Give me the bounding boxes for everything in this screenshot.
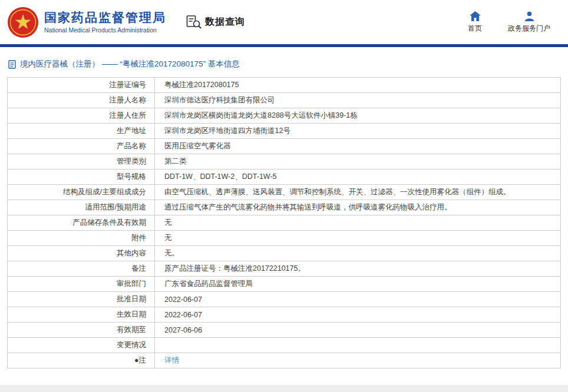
table-row: ●注详情 bbox=[8, 353, 561, 368]
top-nav: 首页 政务服务门户 bbox=[463, 11, 550, 34]
table-row: 产品名称医用压缩空气雾化器 bbox=[8, 139, 561, 154]
table-row: 生产地址深圳市龙岗区坪地街道四方埔街道12号 bbox=[8, 124, 561, 139]
row-value bbox=[155, 338, 561, 353]
table-row: 备注原产品注册证号：粤械注准20172210175。 bbox=[8, 261, 561, 277]
row-value: 深圳市龙岗区坪地街道四方埔街道12号 bbox=[155, 124, 561, 139]
row-value: DDT-1W、DDT-1W-2、DDT-1W-5 bbox=[155, 170, 561, 185]
row-label: ●注 bbox=[8, 353, 155, 368]
detail-link[interactable]: 详情 bbox=[164, 356, 179, 364]
org-name-en: National Medical Products Administration bbox=[44, 26, 166, 34]
row-value: 由空气压缩机、透声薄膜、送风装置、调节和控制系统、开关、过滤器、一次性使用雾化器… bbox=[155, 185, 561, 200]
row-label: 生产地址 bbox=[8, 124, 155, 139]
table-row: 批准日期2022-06-07 bbox=[8, 292, 561, 307]
logo-text: 国家药品监督管理局 National Medical Products Admi… bbox=[44, 11, 166, 34]
home-icon bbox=[470, 11, 481, 21]
data-query-label: 数据查询 bbox=[205, 16, 245, 28]
row-value: 深圳市龙岗区横岗街道龙岗大道8288号大运软件小镇39-1栋 bbox=[155, 108, 561, 124]
info-table-body: 注册证编号粤械注准20172080175注册人名称深圳市德达医疗科技集团有限公司… bbox=[8, 78, 561, 368]
row-label: 结构及组成/主要组成成分 bbox=[8, 185, 155, 200]
table-row: 审批部门广东省食品药品监督管理局 bbox=[8, 277, 561, 292]
table-row: 型号规格DDT-1W、DDT-1W-2、DDT-1W-5 bbox=[8, 170, 561, 185]
nav-item-portal[interactable]: 政务服务门户 bbox=[508, 11, 550, 34]
row-value: 广东省食品药品监督管理局 bbox=[155, 277, 561, 292]
page-title-text: 境内医疗器械（注册） —— “粤械注准20172080175” 基本信息 bbox=[20, 59, 240, 69]
row-label: 适用范围/预期用途 bbox=[8, 200, 155, 215]
table-row: 结构及组成/主要组成成分由空气压缩机、透声薄膜、送风装置、调节和控制系统、开关、… bbox=[8, 185, 561, 200]
document-icon bbox=[8, 60, 16, 69]
row-label: 管理类别 bbox=[8, 154, 155, 170]
row-value: 2027-06-06 bbox=[155, 323, 561, 338]
row-label: 变更情况 bbox=[8, 338, 155, 353]
data-query-tab[interactable]: 数据查询 bbox=[186, 15, 245, 29]
row-label: 型号规格 bbox=[8, 170, 155, 185]
table-row: 生效日期2022-06-07 bbox=[8, 307, 561, 323]
table-row: 适用范围/预期用途通过压缩气体产生的气流雾化药物并将其输送到呼吸道，供呼吸道雾化… bbox=[8, 200, 561, 215]
footer-strip bbox=[0, 385, 568, 392]
page-title: 境内医疗器械（注册） —— “粤械注准20172080175” 基本信息 bbox=[7, 59, 561, 69]
row-label: 审批部门 bbox=[8, 277, 155, 292]
row-value: 详情 bbox=[155, 353, 561, 368]
row-label: 产品名称 bbox=[8, 139, 155, 154]
table-row: 注册证编号粤械注准20172080175 bbox=[8, 78, 561, 93]
row-value: 粤械注准20172080175 bbox=[155, 78, 561, 93]
info-table: 注册证编号粤械注准20172080175注册人名称深圳市德达医疗科技集团有限公司… bbox=[7, 77, 561, 368]
row-value: 医用压缩空气雾化器 bbox=[155, 139, 561, 154]
row-value: 无 bbox=[155, 231, 561, 246]
row-label: 注册人名称 bbox=[8, 93, 155, 108]
row-value: 深圳市德达医疗科技集团有限公司 bbox=[155, 93, 561, 108]
row-label: 附件 bbox=[8, 231, 155, 246]
table-row: 产品储存条件及有效期无 bbox=[8, 215, 561, 231]
nmpa-logo[interactable]: 国家药品监督管理局 National Medical Products Admi… bbox=[7, 6, 166, 38]
table-row: 变更情况 bbox=[8, 338, 561, 353]
table-row: 注册人名称深圳市德达医疗科技集团有限公司 bbox=[8, 93, 561, 108]
row-label: 生效日期 bbox=[8, 307, 155, 323]
nav-item-home[interactable]: 首页 bbox=[463, 11, 487, 34]
row-label: 注册人住所 bbox=[8, 108, 155, 124]
row-value: 原产品注册证号：粤械注准20172210175。 bbox=[155, 261, 561, 277]
row-label: 有效期至 bbox=[8, 323, 155, 338]
row-label: 其他内容 bbox=[8, 246, 155, 261]
nmpa-emblem-icon bbox=[7, 6, 39, 38]
table-row: 附件无 bbox=[8, 231, 561, 246]
table-row: 其他内容无。 bbox=[8, 246, 561, 261]
main-content: 境内医疗器械（注册） —— “粤械注准20172080175” 基本信息 注册证… bbox=[0, 47, 568, 385]
document-search-icon bbox=[186, 15, 202, 29]
nav-label-home: 首页 bbox=[468, 24, 482, 34]
row-value: 无 bbox=[155, 215, 561, 231]
user-icon bbox=[524, 11, 534, 21]
table-row: 有效期至2027-06-06 bbox=[8, 323, 561, 338]
page: 国家药品监督管理局 National Medical Products Admi… bbox=[0, 0, 568, 392]
table-row: 管理类别第二类 bbox=[8, 154, 561, 170]
table-row: 注册人住所深圳市龙岗区横岗街道龙岗大道8288号大运软件小镇39-1栋 bbox=[8, 108, 561, 124]
row-label: 注册证编号 bbox=[8, 78, 155, 93]
org-name-cn: 国家药品监督管理局 bbox=[44, 11, 166, 25]
row-label: 备注 bbox=[8, 261, 155, 277]
nav-label-portal: 政务服务门户 bbox=[508, 24, 550, 34]
row-label: 产品储存条件及有效期 bbox=[8, 215, 155, 231]
row-value: 第二类 bbox=[155, 154, 561, 170]
row-value: 无。 bbox=[155, 246, 561, 261]
header: 国家药品监督管理局 National Medical Products Admi… bbox=[0, 0, 568, 44]
row-value: 2022-06-07 bbox=[155, 307, 561, 323]
row-value: 2022-06-07 bbox=[155, 292, 561, 307]
row-label: 批准日期 bbox=[8, 292, 155, 307]
row-value: 通过压缩气体产生的气流雾化药物并将其输送到呼吸道，供呼吸道雾化药物吸入治疗用。 bbox=[155, 200, 561, 215]
